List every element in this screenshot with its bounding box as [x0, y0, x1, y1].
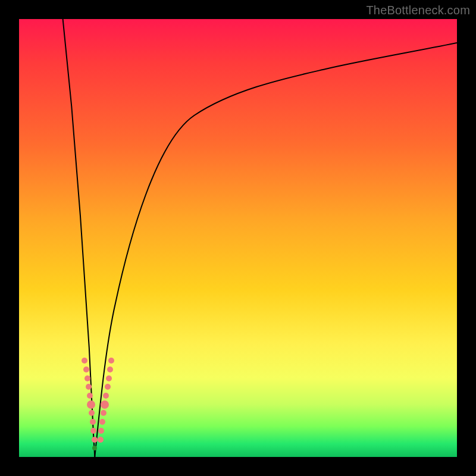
sample-dot: [86, 384, 92, 390]
sample-dot: [101, 410, 107, 416]
sample-dot: [108, 358, 114, 364]
sample-dot: [101, 400, 109, 409]
sample-dot: [87, 400, 95, 409]
sample-dot: [106, 375, 112, 381]
sample-dot: [89, 410, 95, 416]
watermark-label: TheBottleneck.com: [366, 4, 470, 17]
sample-dot: [83, 367, 89, 372]
curve-right-branch: [95, 43, 457, 457]
sample-dot: [98, 437, 104, 443]
sample-dot: [87, 393, 93, 399]
bottleneck-curve: [19, 19, 457, 457]
sample-dot: [84, 375, 90, 381]
sample-dot: [90, 419, 96, 425]
sample-dot: [90, 428, 96, 434]
sample-dot: [82, 358, 87, 364]
sample-dot: [107, 367, 113, 372]
sample-dot: [99, 419, 105, 425]
chart-frame: TheBottleneck.com: [0, 0, 476, 476]
optimum-dot: [92, 446, 97, 450]
sample-dot: [92, 437, 98, 443]
curve-left-branch: [63, 19, 95, 457]
sample-dot: [103, 393, 109, 399]
sample-dot: [98, 428, 104, 434]
plot-area: [19, 19, 457, 457]
sample-dot: [105, 384, 111, 390]
